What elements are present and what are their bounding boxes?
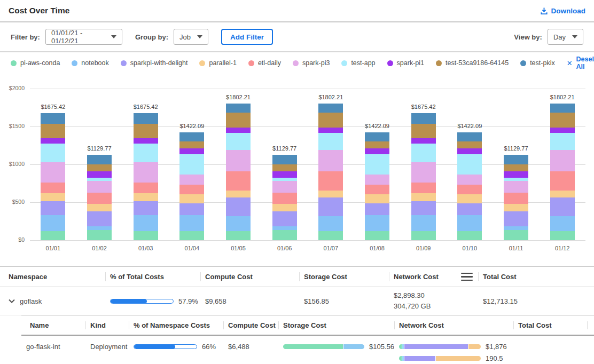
bar-segment-sparkpi-with-delight[interactable]	[134, 201, 158, 215]
bar-segment-test-app[interactable]	[365, 154, 389, 175]
bar-segment-spark-pi1[interactable]	[411, 138, 436, 144]
bar-segment-sparkpi-with-delight[interactable]	[504, 211, 528, 227]
stacked-bar-01/10[interactable]	[457, 132, 482, 240]
workload-name[interactable]: go-flask-int	[21, 343, 85, 351]
col-header-namespace[interactable]: Namespace	[0, 267, 105, 287]
bar-segment-spark-pi3[interactable]	[411, 162, 436, 182]
bar-segment-test-53ca9186-64145[interactable]	[226, 113, 251, 128]
bar-segment-spark-pi3[interactable]	[457, 175, 482, 185]
bar-segment-etl-daily[interactable]	[226, 171, 251, 191]
col-header-compute[interactable]: Compute Cost	[223, 316, 278, 335]
bar-segment-spark-pi1[interactable]	[41, 138, 65, 144]
bar-segment-etl-daily[interactable]	[504, 193, 528, 204]
view-by-select[interactable]: Day	[548, 29, 583, 45]
bar-segment-parallel-1[interactable]	[226, 191, 251, 197]
bar-segment-test-pkix[interactable]	[457, 132, 482, 141]
bar-segment-notebook[interactable]	[411, 215, 436, 231]
bar-segment-spark-pi3[interactable]	[272, 181, 297, 193]
bar-segment-test-app[interactable]	[41, 144, 65, 162]
bar-segment-spark-pi1[interactable]	[226, 128, 251, 133]
bar-segment-spark-pi1[interactable]	[550, 128, 575, 133]
bar-segment-test-app[interactable]	[411, 144, 436, 162]
col-header-storage[interactable]: Storage Cost	[299, 267, 389, 287]
bar-segment-spark-pi3[interactable]	[41, 162, 65, 182]
bar-segment-pi-aws-conda[interactable]	[550, 231, 575, 240]
bar-segment-spark-pi1[interactable]	[318, 128, 343, 133]
bar-segment-test-pkix[interactable]	[318, 104, 343, 113]
bar-segment-notebook[interactable]	[504, 226, 528, 230]
bar-segment-test-pkix[interactable]	[272, 155, 297, 165]
bar-segment-notebook[interactable]	[226, 216, 251, 232]
bar-segment-test-app[interactable]	[457, 154, 482, 175]
bar-segment-parallel-1[interactable]	[41, 193, 65, 201]
bar-segment-etl-daily[interactable]	[272, 193, 297, 204]
bar-segment-test-53ca9186-64145[interactable]	[411, 124, 436, 138]
bar-segment-parallel-1[interactable]	[411, 193, 436, 201]
bar-segment-parallel-1[interactable]	[457, 194, 482, 203]
bar-segment-etl-daily[interactable]	[365, 185, 389, 194]
bar-segment-test-app[interactable]	[134, 144, 158, 162]
bar-segment-sparkpi-with-delight[interactable]	[365, 203, 389, 215]
bar-segment-notebook[interactable]	[179, 215, 204, 231]
bar-segment-spark-pi3[interactable]	[179, 175, 204, 185]
bar-segment-spark-pi3[interactable]	[87, 181, 112, 193]
legend-item-spark-pi3[interactable]: spark-pi3	[293, 59, 330, 67]
bar-segment-test-53ca9186-64145[interactable]	[87, 164, 112, 171]
group-by-select[interactable]: Job	[174, 29, 208, 45]
bar-segment-spark-pi3[interactable]	[226, 150, 251, 171]
bar-segment-etl-daily[interactable]	[179, 185, 204, 194]
bar-segment-spark-pi1[interactable]	[504, 171, 528, 178]
stacked-bar-01/07[interactable]	[318, 104, 343, 240]
bar-segment-test-pkix[interactable]	[41, 113, 65, 123]
bar-segment-parallel-1[interactable]	[365, 194, 389, 203]
bar-segment-etl-daily[interactable]	[411, 183, 436, 194]
bar-segment-test-pkix[interactable]	[134, 113, 158, 123]
legend-item-test-53ca9186-64145[interactable]: test-53ca9186-64145	[436, 59, 509, 67]
bar-segment-spark-pi1[interactable]	[87, 171, 112, 178]
legend-item-spark-pi1[interactable]: spark-pi1	[387, 59, 424, 67]
bar-segment-sparkpi-with-delight[interactable]	[550, 197, 575, 216]
bar-segment-notebook[interactable]	[457, 215, 482, 231]
legend-item-test-pkix[interactable]: test-pkix	[520, 59, 555, 67]
legend-item-etl-daily[interactable]: etl-daily	[248, 59, 281, 67]
bar-segment-notebook[interactable]	[134, 215, 158, 231]
bar-segment-parallel-1[interactable]	[179, 194, 204, 203]
bar-segment-parallel-1[interactable]	[134, 193, 158, 201]
stacked-bar-01/09[interactable]	[411, 113, 436, 240]
bar-segment-test-53ca9186-64145[interactable]	[41, 124, 65, 138]
stacked-bar-01/04[interactable]	[179, 132, 204, 240]
col-header-kind[interactable]: Kind	[85, 316, 129, 335]
bar-segment-test-pkix[interactable]	[226, 104, 251, 113]
bar-segment-test-pkix[interactable]	[365, 132, 389, 141]
bar-segment-etl-daily[interactable]	[87, 193, 112, 204]
bar-segment-test-pkix[interactable]	[504, 155, 528, 165]
col-header-storage[interactable]: Storage Cost	[278, 316, 394, 335]
bar-segment-test-pkix[interactable]	[550, 104, 575, 113]
deselect-all-button[interactable]: ✕ Deselect All	[567, 56, 594, 70]
bar-segment-etl-daily[interactable]	[550, 171, 575, 191]
bar-segment-sparkpi-with-delight[interactable]	[226, 197, 251, 216]
stacked-bar-01/02[interactable]	[87, 155, 112, 240]
legend-item-parallel-1[interactable]: parallel-1	[199, 59, 236, 67]
col-header-pct-total[interactable]: % of Total Costs	[105, 267, 200, 287]
bar-segment-pi-aws-conda[interactable]	[179, 231, 204, 240]
bar-segment-test-pkix[interactable]	[87, 155, 112, 165]
col-header-total[interactable]: Total Cost	[513, 316, 594, 335]
bar-segment-etl-daily[interactable]	[134, 183, 158, 194]
bar-segment-test-53ca9186-64145[interactable]	[272, 164, 297, 171]
bar-segment-sparkpi-with-delight[interactable]	[272, 211, 297, 227]
bar-segment-etl-daily[interactable]	[457, 185, 482, 194]
legend-item-test-app[interactable]: test-app	[341, 59, 375, 67]
bar-segment-pi-aws-conda[interactable]	[226, 231, 251, 240]
bar-segment-parallel-1[interactable]	[318, 191, 343, 197]
bar-segment-pi-aws-conda[interactable]	[411, 231, 436, 240]
col-header-compute[interactable]: Compute Cost	[200, 267, 299, 287]
bar-segment-etl-daily[interactable]	[318, 171, 343, 191]
legend-item-sparkpi-with-delight[interactable]: sparkpi-with-delight	[121, 59, 188, 67]
bar-segment-spark-pi3[interactable]	[365, 175, 389, 185]
add-filter-button[interactable]: Add Filter	[221, 29, 273, 45]
bar-segment-sparkpi-with-delight[interactable]	[41, 201, 65, 215]
bar-segment-notebook[interactable]	[365, 215, 389, 231]
bar-segment-sparkpi-with-delight[interactable]	[87, 211, 112, 227]
download-button[interactable]: Download	[540, 7, 586, 15]
